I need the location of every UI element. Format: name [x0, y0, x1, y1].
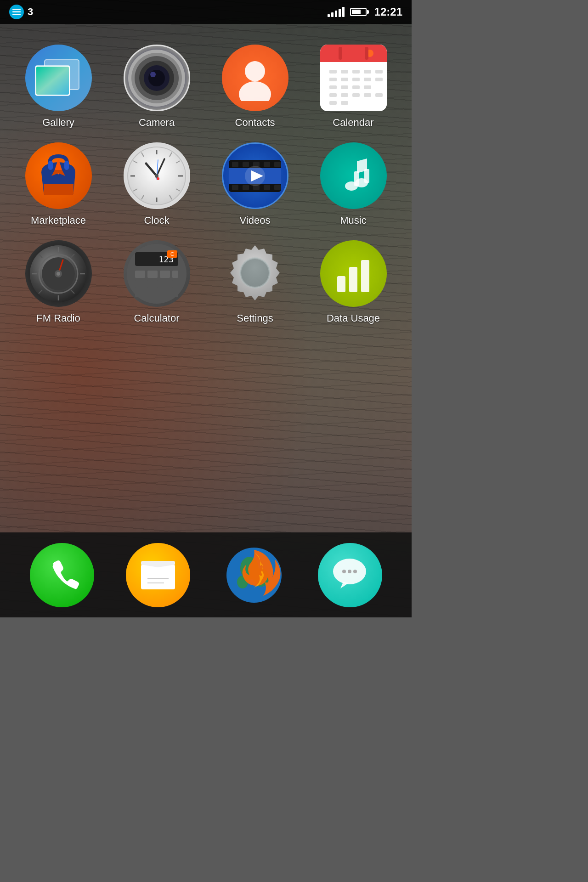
svg-rect-18	[339, 47, 342, 60]
gallery-icon	[25, 45, 92, 111]
svg-rect-24	[375, 70, 383, 74]
svg-rect-113	[349, 267, 357, 292]
svg-point-124	[348, 570, 351, 573]
svg-point-125	[353, 570, 357, 573]
svg-text:C: C	[170, 251, 174, 257]
svg-rect-38	[375, 93, 383, 97]
app-calculator[interactable]: 123 C Calculator	[107, 233, 206, 331]
svg-rect-112	[337, 276, 345, 292]
svg-point-92	[57, 272, 60, 276]
svg-rect-68	[243, 185, 249, 190]
status-right: 12:21	[328, 6, 402, 18]
svg-rect-31	[341, 85, 348, 89]
svg-rect-42	[64, 161, 69, 170]
svg-rect-37	[364, 93, 371, 97]
music-icon	[320, 142, 387, 209]
app-settings[interactable]: Settings	[206, 233, 304, 331]
svg-rect-26	[341, 78, 348, 81]
app-marketplace[interactable]: Marketplace	[9, 136, 107, 233]
svg-rect-33	[364, 85, 371, 89]
svg-rect-19	[365, 47, 368, 60]
app-camera[interactable]: Camera	[107, 38, 206, 136]
svg-rect-107	[147, 290, 158, 297]
calendar-icon	[320, 45, 387, 111]
svg-rect-101	[172, 271, 178, 278]
svg-point-59	[155, 174, 158, 178]
svg-rect-109	[172, 290, 178, 297]
bottom-dock	[0, 532, 412, 617]
gallery-label: Gallery	[42, 117, 74, 129]
calculator-icon: 123 C	[124, 240, 190, 307]
dock-email[interactable]	[126, 543, 190, 607]
svg-rect-71	[274, 185, 281, 190]
svg-rect-16	[320, 45, 387, 62]
svg-rect-100	[160, 271, 170, 278]
svg-rect-1	[12, 11, 21, 13]
app-gallery[interactable]: Gallery	[9, 38, 107, 136]
svg-point-111	[246, 264, 264, 282]
svg-rect-36	[352, 93, 360, 97]
svg-rect-29	[375, 78, 383, 81]
app-contacts[interactable]: Contacts	[206, 38, 304, 136]
marketplace-icon	[25, 142, 92, 209]
app-calendar[interactable]: Calendar	[304, 38, 402, 136]
browser-dock-icon	[222, 543, 286, 607]
svg-rect-103	[147, 280, 158, 288]
svg-rect-106	[135, 290, 145, 297]
settings-label: Settings	[237, 312, 273, 324]
svg-rect-66	[274, 162, 281, 167]
svg-rect-2	[12, 14, 21, 15]
clock-label: Clock	[144, 215, 169, 226]
app-music[interactable]: Music	[304, 136, 402, 233]
svg-rect-98	[135, 271, 145, 278]
videos-icon	[222, 142, 288, 209]
settings-icon	[222, 240, 288, 307]
app-clock[interactable]: Clock	[107, 136, 206, 233]
app-grid: Gallery Camera Contacts	[0, 24, 412, 340]
svg-rect-105	[172, 280, 178, 288]
svg-rect-99	[147, 271, 158, 278]
svg-rect-35	[341, 93, 348, 97]
dock-messages[interactable]	[318, 543, 382, 607]
svg-rect-34	[329, 93, 337, 97]
music-label: Music	[340, 215, 366, 226]
messages-dock-icon	[318, 543, 382, 607]
svg-rect-27	[352, 78, 360, 81]
battery-icon	[350, 8, 369, 16]
svg-rect-20	[329, 70, 337, 74]
svg-rect-30	[329, 85, 337, 89]
dock-phone[interactable]	[30, 543, 94, 607]
svg-rect-5	[36, 67, 69, 95]
status-left: 3	[9, 5, 33, 19]
svg-rect-0	[12, 9, 21, 10]
phone-dock-icon	[30, 543, 94, 607]
app-fm-radio[interactable]: FM Radio	[9, 233, 107, 331]
fm-radio-label: FM Radio	[36, 312, 80, 324]
camera-label: Camera	[139, 117, 175, 129]
svg-rect-65	[264, 162, 270, 167]
svg-rect-22	[352, 70, 360, 74]
svg-point-12	[150, 72, 156, 77]
calendar-label: Calendar	[333, 117, 373, 129]
notification-icon	[9, 5, 24, 19]
svg-point-123	[342, 570, 346, 573]
svg-rect-32	[352, 85, 360, 89]
fm-radio-icon	[25, 240, 92, 307]
svg-rect-41	[48, 161, 53, 170]
app-videos[interactable]: Videos	[206, 136, 304, 233]
videos-label: Videos	[240, 215, 271, 226]
contacts-label: Contacts	[235, 117, 275, 129]
app-data-usage[interactable]: Data Usage	[304, 233, 402, 331]
svg-rect-67	[232, 185, 238, 190]
svg-rect-63	[243, 162, 249, 167]
svg-rect-39	[329, 101, 337, 105]
data-usage-label: Data Usage	[327, 312, 380, 324]
svg-rect-108	[160, 290, 170, 297]
svg-rect-102	[135, 280, 145, 288]
svg-rect-115	[141, 565, 175, 589]
svg-rect-70	[264, 185, 270, 190]
svg-point-11	[148, 70, 165, 86]
dock-browser[interactable]	[222, 543, 286, 607]
svg-rect-21	[341, 70, 348, 74]
notification-count: 3	[28, 6, 33, 18]
